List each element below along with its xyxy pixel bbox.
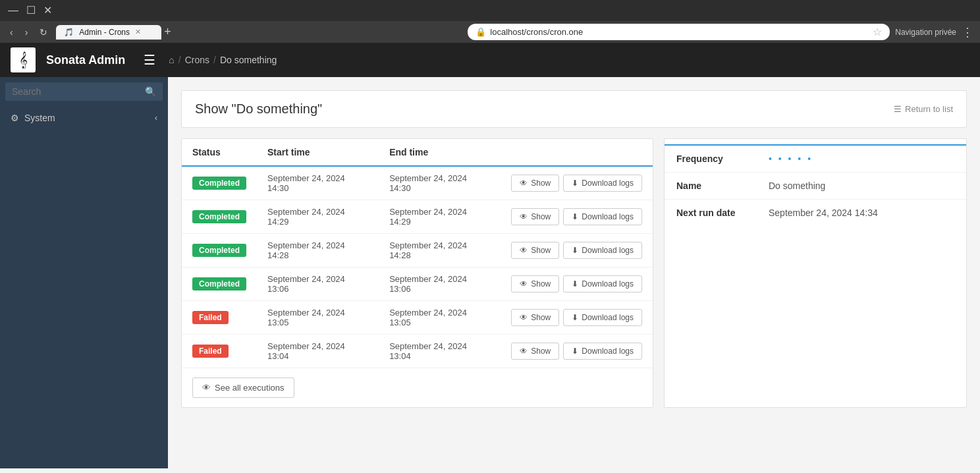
status-badge: Failed <box>192 311 229 324</box>
url-display: localhost/crons/cron.one <box>490 27 583 37</box>
browser-menu-button[interactable]: ⋮ <box>962 25 973 40</box>
see-all-label: See all executions <box>215 383 285 393</box>
show-button[interactable]: 👁 Show <box>511 208 559 225</box>
actions-cell: 👁 Show ⬇ Download logs <box>501 234 653 267</box>
breadcrumb-crons[interactable]: Crons <box>185 55 209 65</box>
return-to-list-link[interactable]: ☰ Return to list <box>894 104 953 114</box>
table-row: Completed September 24, 2024 14:28 Septe… <box>182 234 653 267</box>
tab-bar: 🎵 Admin - Crons ✕ + <box>56 25 462 40</box>
star-icon[interactable]: ☆ <box>873 26 882 38</box>
active-tab[interactable]: 🎵 Admin - Crons ✕ <box>56 25 161 40</box>
show-button[interactable]: 👁 Show <box>511 275 559 292</box>
end-time-cell: September 24, 2024 13:05 <box>379 301 501 335</box>
frequency-label: Frequency <box>665 146 757 173</box>
table-row: Completed September 24, 2024 13:06 Septe… <box>182 267 653 301</box>
table-row: Failed September 24, 2024 13:05 Septembe… <box>182 301 653 335</box>
col-actions <box>501 139 653 166</box>
lock-icon: 🔒 <box>476 27 486 37</box>
new-tab-button[interactable]: + <box>164 25 171 39</box>
download-icon: ⬇ <box>572 246 578 255</box>
end-time-cell: September 24, 2024 13:04 <box>379 335 501 368</box>
end-time-cell: September 24, 2024 14:30 <box>379 166 501 200</box>
actions-cell: 👁 Show ⬇ Download logs <box>501 166 653 200</box>
sidebar-menu: ⚙ System ‹ <box>0 106 168 130</box>
show-button[interactable]: 👁 Show <box>511 309 559 326</box>
download-logs-button[interactable]: ⬇ Download logs <box>563 343 642 360</box>
status-cell: Failed <box>182 335 257 368</box>
logo-icon: 𝄞 <box>19 51 28 69</box>
sidebar-item-system[interactable]: ⚙ System ‹ <box>0 106 168 130</box>
window-restore[interactable]: ☐ <box>24 4 38 17</box>
download-logs-button[interactable]: ⬇ Download logs <box>563 175 642 192</box>
app: 𝄞 Sonata Admin ☰ ⌂ / Crons / Do somethin… <box>0 43 980 468</box>
actions-cell: 👁 Show ⬇ Download logs <box>501 301 653 335</box>
cron-info-panel: Frequency • • • • • Name Do something Ne… <box>664 138 967 408</box>
download-icon: ⬇ <box>572 279 578 289</box>
private-nav-label: Navigation privée <box>895 28 956 37</box>
window-controls: — ☐ ✕ <box>5 4 55 17</box>
eye-icon: 👁 <box>520 212 528 221</box>
status-cell: Completed <box>182 267 257 301</box>
download-label: Download logs <box>582 279 634 289</box>
see-all-button[interactable]: 👁 See all executions <box>192 377 294 398</box>
show-label: Show <box>531 279 551 289</box>
search-icon: 🔍 <box>145 86 156 97</box>
see-all-row: 👁 See all executions <box>182 368 653 407</box>
breadcrumb-home[interactable]: ⌂ <box>169 55 174 65</box>
download-logs-button[interactable]: ⬇ Download logs <box>563 242 642 259</box>
forward-button[interactable]: › <box>22 26 32 39</box>
table-row: Completed September 24, 2024 14:30 Septe… <box>182 166 653 200</box>
address-bar[interactable]: 🔒 localhost/crons/cron.one ☆ <box>468 24 890 40</box>
col-status: Status <box>182 139 257 166</box>
show-label: Show <box>531 179 551 188</box>
download-icon: ⬇ <box>572 347 578 356</box>
start-time-cell: September 24, 2024 14:29 <box>257 200 379 234</box>
next-run-label: Next run date <box>665 200 757 227</box>
info-panel-header <box>665 139 966 146</box>
two-column-layout: Status Start time End time Completed Sep… <box>181 138 967 408</box>
content: Show "Do something" ☰ Return to list Sta… <box>168 77 980 468</box>
window-close[interactable]: ✕ <box>41 4 55 17</box>
info-table: Frequency • • • • • Name Do something Ne… <box>665 146 966 226</box>
show-button[interactable]: 👁 Show <box>511 242 559 259</box>
eye-icon: 👁 <box>520 179 528 188</box>
download-icon: ⬇ <box>572 313 578 322</box>
download-logs-button[interactable]: ⬇ Download logs <box>563 309 642 326</box>
end-time-cell: September 24, 2024 14:28 <box>379 234 501 267</box>
show-label: Show <box>531 347 551 356</box>
executions-table: Status Start time End time Completed Sep… <box>182 139 653 368</box>
cron-name-value: Do something <box>757 173 966 200</box>
address-bar-row: ‹ › ↻ 🎵 Admin - Crons ✕ + 🔒 localhost/cr… <box>0 21 980 43</box>
show-label: Show <box>531 313 551 322</box>
start-time-cell: September 24, 2024 14:30 <box>257 166 379 200</box>
breadcrumb-sep2: / <box>213 55 216 65</box>
col-end: End time <box>379 139 501 166</box>
gear-icon: ⚙ <box>11 113 19 123</box>
back-button[interactable]: ‹ <box>7 26 16 39</box>
browser-right: Navigation privée ⋮ <box>895 25 973 40</box>
start-time-cell: September 24, 2024 14:28 <box>257 234 379 267</box>
download-label: Download logs <box>582 179 634 188</box>
search-input[interactable] <box>12 86 145 97</box>
window-minimize[interactable]: — <box>5 4 21 17</box>
status-cell: Completed <box>182 234 257 267</box>
start-time-cell: September 24, 2024 13:05 <box>257 301 379 335</box>
search-box[interactable]: 🔍 <box>5 82 163 101</box>
show-button[interactable]: 👁 Show <box>511 343 559 360</box>
download-label: Download logs <box>582 347 634 356</box>
hamburger-button[interactable]: ☰ <box>144 52 155 68</box>
tab-close-icon[interactable]: ✕ <box>135 28 141 36</box>
next-run-value: September 24, 2024 14:34 <box>757 200 966 227</box>
actions-cell: 👁 Show ⬇ Download logs <box>501 200 653 234</box>
show-button[interactable]: 👁 Show <box>511 175 559 192</box>
next-run-row: Next run date September 24, 2024 14:34 <box>665 200 966 227</box>
logo: 𝄞 <box>11 47 36 72</box>
download-logs-button[interactable]: ⬇ Download logs <box>563 275 642 292</box>
chevron-left-icon: ‹ <box>155 113 157 123</box>
executions-panel: Status Start time End time Completed Sep… <box>181 138 653 408</box>
download-label: Download logs <box>582 313 634 322</box>
eye-icon-see-all: 👁 <box>202 383 211 393</box>
breadcrumb-sep1: / <box>178 55 181 65</box>
download-logs-button[interactable]: ⬇ Download logs <box>563 208 642 225</box>
reload-button[interactable]: ↻ <box>36 26 51 39</box>
